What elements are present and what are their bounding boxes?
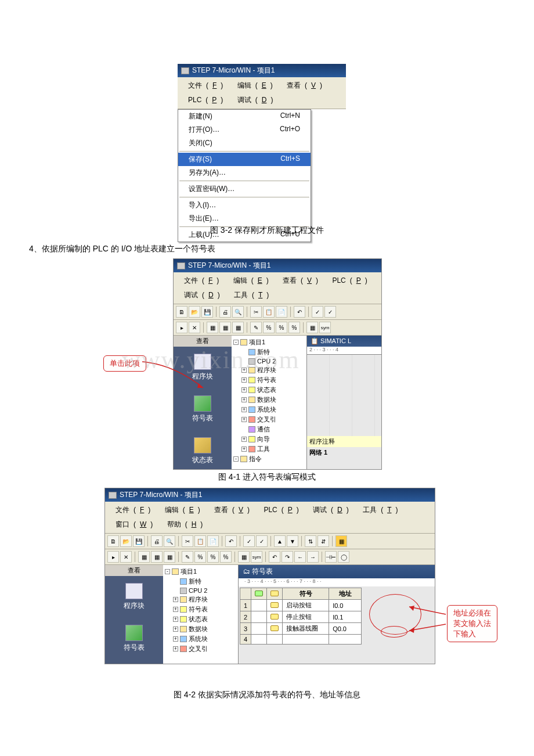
expand-icon[interactable]: + — [241, 397, 247, 402]
tb-compileall-icon[interactable]: ✓ — [256, 535, 268, 547]
view-item-status[interactable]: 状态表 — [174, 430, 232, 472]
tb-icon[interactable]: ✎ — [250, 322, 262, 333]
view-item-symbol-table[interactable]: 符号表 — [174, 388, 232, 430]
symbol-table[interactable]: 符号 地址 1启动按钮I0.02停止按钮I0.13接触器线圈Q0.04 — [240, 588, 362, 645]
menu-close[interactable]: 关闭(C) — [178, 136, 311, 150]
tb-cut-icon[interactable]: ✂ — [250, 306, 262, 318]
cell-symbol[interactable]: 停止按钮 — [283, 611, 329, 623]
tb-print-icon[interactable]: 🖨 — [151, 535, 163, 547]
cell-address[interactable] — [329, 635, 362, 645]
tb-preview-icon[interactable]: 🔍 — [232, 306, 244, 318]
cell-address[interactable]: Q0.0 — [329, 623, 362, 635]
menu-edit[interactable]: 编辑(E) — [229, 78, 277, 93]
menu-plc[interactable]: PLC(P) — [180, 93, 227, 106]
tb-print-icon[interactable]: 🖨 — [219, 306, 231, 318]
tree-item[interactable]: +数据块 — [165, 624, 236, 634]
cell-symbol[interactable]: 启动按钮 — [283, 600, 329, 611]
tb-icon[interactable]: ⊣⊢ — [325, 551, 337, 563]
tb-icon[interactable]: ▦ — [151, 551, 163, 563]
menu-debug[interactable]: 调试(D) — [305, 503, 353, 517]
tree-item[interactable]: +数据块 — [233, 395, 305, 405]
tb-download-icon[interactable]: ▼ — [287, 535, 298, 547]
tb-icon[interactable]: ✕ — [120, 551, 132, 563]
cell-address[interactable]: I0.0 — [329, 600, 362, 611]
tree-item[interactable]: +系统块 — [233, 405, 305, 415]
tree-panel-41[interactable]: -项目1新特CPU 2+程序块+符号表+状态表+数据块+系统块+交叉引通信+向导… — [232, 336, 307, 469]
tb-paste-icon[interactable]: 📄 — [207, 535, 219, 547]
menu-tools[interactable]: 工具(T) — [226, 288, 273, 303]
table-row[interactable]: 3接触器线圈Q0.0 — [240, 623, 362, 635]
tree-item[interactable]: +交叉引 — [233, 415, 305, 424]
tree-item[interactable]: 新特 — [233, 347, 305, 357]
tb-undo-icon[interactable]: ↶ — [225, 535, 237, 547]
tb-new-icon[interactable]: 🗎 — [107, 535, 119, 547]
menubar[interactable]: 文件(F) 编辑(E) 查看(V) PLC(P) 调试(D) — [178, 77, 346, 109]
tb-icon[interactable]: ▦ — [207, 322, 218, 333]
tree-panel-42[interactable]: -项目1新特CPU 2+程序块+符号表+状态表+数据块+系统块+交叉引 — [163, 565, 239, 664]
tb-icon[interactable]: ✎ — [182, 551, 193, 563]
expand-icon[interactable]: + — [241, 437, 247, 442]
tb-compile-icon[interactable]: ✓ — [312, 306, 323, 318]
menu-file[interactable]: 文件(F) — [176, 273, 223, 288]
expand-icon[interactable]: + — [241, 377, 247, 383]
tb-icon[interactable]: ▦ — [238, 551, 250, 563]
tb-icon[interactable]: ▸ — [107, 551, 119, 563]
tree-item[interactable]: -项目1 — [165, 567, 236, 577]
expand-icon[interactable]: + — [173, 646, 178, 651]
view-item-symbol-table[interactable]: 符号表 — [105, 618, 163, 660]
tb-icon[interactable]: % — [263, 322, 275, 333]
tree-item[interactable]: +系统块 — [165, 634, 236, 644]
tree-item[interactable]: +状态表 — [233, 385, 305, 395]
expand-icon[interactable]: + — [241, 417, 247, 422]
tb-new-icon[interactable]: 🗎 — [176, 306, 187, 318]
tb-nav-icon[interactable]: ← — [294, 551, 306, 563]
tree-item[interactable]: +向导 — [233, 434, 305, 444]
menubar-42[interactable]: 文件(F) 编辑(E) 查看(V) PLC(P) 调试(D) 工具(T) 窗口(… — [105, 502, 435, 534]
expand-icon[interactable]: + — [241, 368, 247, 373]
tb-icon[interactable]: % — [220, 551, 232, 563]
tb-open-icon[interactable]: 📂 — [120, 535, 132, 547]
tb-icon[interactable]: % — [194, 551, 206, 563]
menubar-41[interactable]: 文件(F) 编辑(E) 查看(V) PLC(P) 调试(D) 工具(T) — [174, 272, 381, 304]
tb-upload-icon[interactable]: ▲ — [274, 535, 286, 547]
tree-item[interactable]: +程序块 — [233, 365, 305, 375]
tb-icon[interactable]: ▦ — [219, 322, 231, 333]
expand-icon[interactable]: + — [173, 627, 178, 632]
expand-icon[interactable]: + — [241, 447, 247, 452]
tb-sort-icon[interactable]: ⇅ — [305, 535, 316, 547]
tree-item[interactable]: CPU 2 — [233, 357, 305, 365]
tree-item[interactable]: +交叉引 — [165, 644, 236, 654]
menu-edit[interactable]: 编辑(E) — [225, 273, 273, 288]
table-row[interactable]: 4 — [240, 635, 362, 645]
tree-item[interactable]: 新特 — [165, 577, 236, 586]
expand-icon[interactable]: + — [241, 387, 247, 393]
tb-nav-icon[interactable]: ↶ — [269, 551, 280, 563]
tb-undo-icon[interactable]: ↶ — [294, 306, 305, 318]
expand-icon[interactable]: + — [173, 636, 178, 642]
tb-copy-icon[interactable]: 📋 — [194, 535, 206, 547]
tb-compileall-icon[interactable]: ✓ — [324, 306, 336, 318]
view-item-program[interactable]: 程序块 — [174, 347, 232, 388]
expand-icon[interactable]: - — [233, 340, 239, 345]
tree-item[interactable]: +工具 — [233, 444, 305, 454]
tree-item[interactable]: -指令 — [233, 454, 305, 464]
tb-icon[interactable]: % — [207, 551, 219, 563]
tb-icon[interactable]: ✕ — [189, 322, 200, 333]
menu-edit[interactable]: 编辑(E) — [157, 503, 204, 517]
table-row[interactable]: 2停止按钮I0.1 — [240, 611, 362, 623]
view-item-program[interactable]: 程序块 — [105, 576, 163, 618]
menu-debug[interactable]: 调试(D) — [176, 288, 224, 303]
menu-new[interactable]: 新建(N)Ctrl+N — [178, 110, 311, 123]
menu-plc[interactable]: PLC(P) — [255, 503, 302, 516]
menu-view[interactable]: 查看(V) — [279, 78, 326, 93]
tb-icon[interactable]: ▦ — [306, 322, 318, 333]
menu-help[interactable]: 帮助(H) — [159, 517, 207, 532]
tb-icon[interactable]: ▦ — [335, 535, 347, 547]
tb-icon[interactable]: % — [276, 322, 287, 333]
tb-open-icon[interactable]: 📂 — [189, 306, 200, 318]
cell-symbol[interactable] — [283, 635, 329, 645]
menu-saveas[interactable]: 另存为(A)… — [178, 166, 311, 179]
menu-save[interactable]: 保存(S)Ctrl+S — [178, 153, 311, 166]
tb-icon[interactable]: ▦ — [138, 551, 150, 563]
expand-icon[interactable]: + — [173, 607, 178, 612]
